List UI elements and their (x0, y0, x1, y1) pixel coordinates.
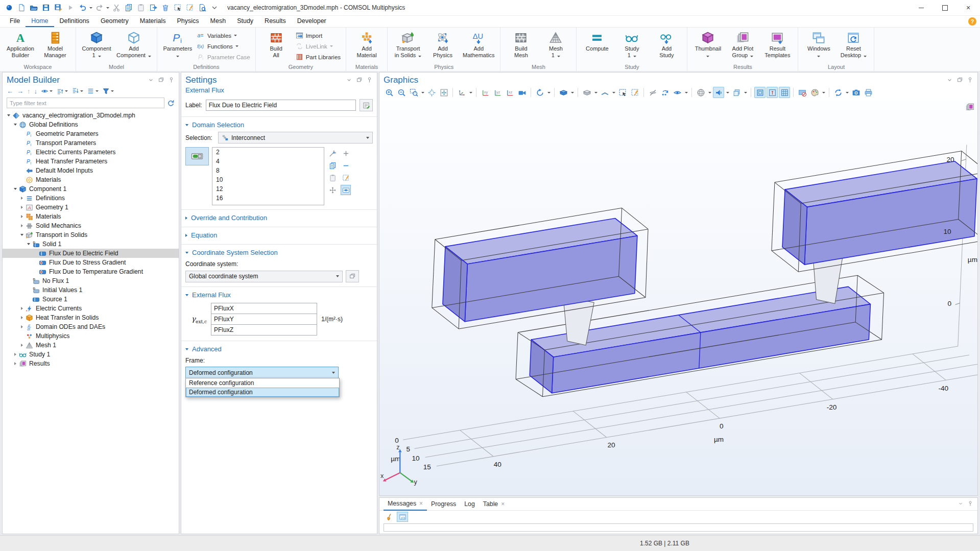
expander-icon[interactable] (19, 307, 25, 310)
move-icon[interactable] (327, 185, 338, 195)
frame-combo[interactable]: Deformed configuration (185, 367, 339, 378)
undo-icon[interactable] (77, 2, 88, 14)
menu-item-physics[interactable]: Physics (171, 16, 204, 27)
refresh-icon[interactable] (167, 99, 175, 107)
tree-item-multiphysics[interactable]: Multiphysics (3, 331, 179, 341)
section-external-flux[interactable]: External Flux (181, 287, 377, 301)
maximize-button[interactable] (933, 0, 957, 15)
clear-messages-icon[interactable] (384, 512, 395, 522)
tree-item-geometric-parameters[interactable]: PiGeometric Parameters (3, 129, 179, 138)
plus-icon[interactable] (341, 148, 351, 158)
ribbon-button-build-mesh[interactable]: BuildMesh (504, 29, 538, 59)
frame-option[interactable]: Reference configuration (186, 378, 339, 388)
dropdown-arrow-icon[interactable] (106, 7, 110, 9)
pin-panel-icon[interactable] (366, 77, 373, 83)
tree-item-heat-transfer-parameters[interactable]: PiHeat Transfer Parameters (3, 157, 179, 166)
ribbon-button-model-manager[interactable]: ModelManager (38, 29, 72, 59)
flux-field-y[interactable] (211, 314, 317, 324)
tree-item-electric-currents[interactable]: +Electric Currents (3, 304, 179, 313)
selection-list-item[interactable]: 4 (212, 157, 324, 166)
dropdown-arrow-icon[interactable] (89, 7, 93, 9)
ribbon-button-livelink[interactable]: LiveLink (294, 41, 342, 52)
ribbon-button-application-builder[interactable]: AApplicationBuilder (4, 29, 37, 59)
float-panel-icon[interactable] (356, 77, 363, 83)
pin-panel-icon[interactable] (168, 77, 175, 83)
section-equation[interactable]: Equation (181, 227, 377, 241)
ribbon-button-result-templates[interactable]: ResultTemplates (760, 29, 794, 59)
saveas-icon[interactable] (52, 2, 64, 14)
selection-list-item[interactable]: 8 (212, 166, 324, 175)
plot-window-icon[interactable] (965, 103, 974, 112)
hide-icon[interactable] (647, 87, 658, 98)
duplicate-icon[interactable] (147, 2, 159, 14)
expander-icon[interactable] (12, 362, 18, 365)
ribbon-button-add-physics[interactable]: AddPhysics (426, 29, 460, 59)
runover-icon[interactable] (659, 87, 671, 98)
ribbon-button-part-libraries[interactable]: Part Libraries (294, 52, 342, 62)
flux-field-x[interactable] (211, 303, 317, 314)
trash-icon[interactable] (159, 2, 171, 14)
ribbon-button-study-1[interactable]: Study1 (615, 29, 649, 59)
expander-icon[interactable] (12, 353, 18, 356)
dropdown-arrow-icon[interactable] (611, 92, 616, 93)
paste-icon[interactable] (135, 2, 147, 14)
ribbon-button-parameter-case[interactable]: PiParameter Case (196, 52, 252, 62)
close-icon[interactable]: × (501, 500, 505, 508)
open-icon[interactable] (28, 2, 39, 14)
eyeplain-icon[interactable] (41, 87, 53, 95)
expander-icon[interactable] (12, 188, 18, 190)
section-domain-selection[interactable]: Domain Selection (181, 117, 377, 131)
tab-progress[interactable]: Progress (427, 498, 460, 510)
tree-item-results[interactable]: Results (3, 359, 179, 368)
expander-icon[interactable] (19, 325, 25, 328)
active-toggle-button[interactable] (185, 147, 209, 165)
zoomout-icon[interactable] (396, 87, 407, 98)
noimg-icon[interactable] (797, 87, 808, 98)
minus-icon[interactable] (341, 160, 351, 171)
gridic-icon[interactable] (779, 87, 790, 98)
expander-icon[interactable] (6, 114, 12, 116)
expander-icon[interactable] (19, 224, 25, 227)
sortup-icon[interactable] (56, 87, 68, 95)
dropdown-arrow-icon[interactable] (420, 92, 425, 93)
graphics-canvas[interactable]: 051015µm40200-20-40µm01020µmzxy (379, 100, 977, 495)
tree-nav-icon[interactable]: ↑ (27, 87, 31, 95)
dropdown-arrow-icon[interactable] (593, 92, 598, 93)
ribbon-button-add-mathematics[interactable]: ΔUAddMathematics (461, 29, 496, 59)
ribbon-button-add-component[interactable]: AddComponent (114, 29, 153, 59)
coordinate-system-combo[interactable]: Global coordinate system (185, 271, 343, 282)
go-to-source-button[interactable] (346, 270, 359, 282)
menu-item-materials[interactable]: Materials (134, 16, 172, 27)
ribbon-button-variables[interactable]: a=Variables (196, 30, 252, 41)
tree-item-solid-1[interactable]: DSolid 1 (3, 239, 179, 249)
rotate-icon[interactable] (534, 87, 545, 98)
copy-icon[interactable] (327, 160, 338, 171)
ribbon-button-functions[interactable]: f(x)Functions (196, 41, 252, 52)
new-icon[interactable] (15, 2, 27, 14)
triad-icon[interactable] (456, 87, 467, 98)
eyebox-icon[interactable] (341, 185, 351, 195)
tree-item-flux-due-to-temperature-gradient[interactable]: Flux Due to Temperature Gradient (3, 267, 179, 276)
vyz-icon[interactable]: yz (492, 87, 503, 98)
dropdown-arrow-icon[interactable] (821, 92, 826, 93)
tree-item-source-1[interactable]: Source 1 (3, 295, 179, 304)
close-icon[interactable]: × (419, 500, 423, 507)
help-icon[interactable]: ? (968, 17, 976, 26)
tree-item-solid-mechanics[interactable]: Solid Mechanics (3, 221, 179, 230)
panel-menu-icon[interactable] (148, 77, 154, 83)
expander-icon[interactable] (19, 316, 25, 319)
ribbon-button-reset-desktop[interactable]: ResetDesktop (836, 29, 870, 59)
ribbon-button-add-plot-group[interactable]: Add PlotGroup (726, 29, 759, 59)
tab-messages[interactable]: Messages× (384, 498, 427, 511)
selection-list-item[interactable]: 2 (212, 148, 324, 157)
tree-nav-icon[interactable]: → (17, 87, 23, 95)
panel-menu-icon[interactable] (946, 77, 953, 83)
open-messages-window-icon[interactable] (397, 512, 408, 522)
chevsmall-icon[interactable] (208, 2, 220, 14)
play-icon[interactable] (64, 2, 76, 14)
dropdown-arrow-icon[interactable] (546, 92, 551, 93)
section-coordinate-system[interactable]: Coordinate System Selection (181, 245, 377, 258)
expander-icon[interactable] (19, 197, 25, 200)
expander-icon[interactable] (19, 206, 25, 209)
tree-item-default-model-inputs[interactable]: Default Model Inputs (3, 166, 179, 175)
